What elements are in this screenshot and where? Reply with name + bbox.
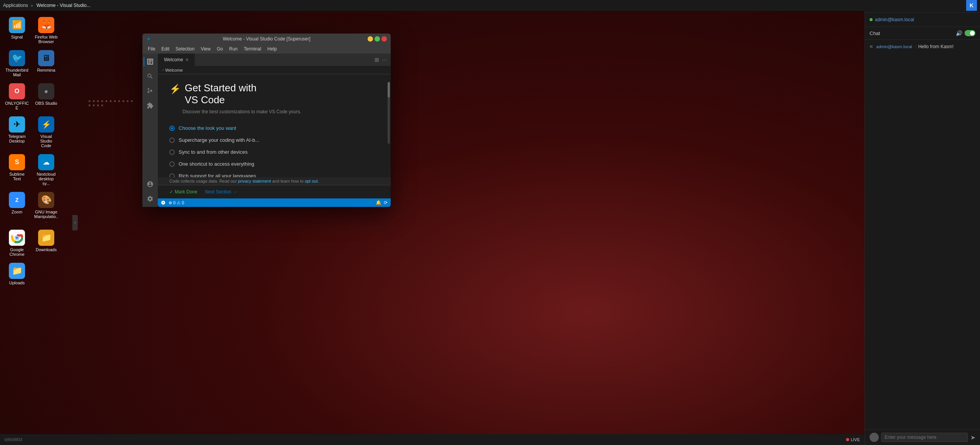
remote-indicator[interactable] xyxy=(161,200,166,205)
radio-languages[interactable] xyxy=(169,173,175,177)
viewers-list: admin@kasm.local xyxy=(865,13,980,27)
maximize-button[interactable]: □ xyxy=(375,36,380,42)
breadcrumb-welcome[interactable]: Welcome xyxy=(165,68,183,72)
section-item-languages[interactable]: Rich support for all your languages xyxy=(169,170,379,177)
decorative-dots xyxy=(89,100,135,106)
taskbar-separator: ▸ xyxy=(31,3,33,8)
icon-obs-label: OBS Studio xyxy=(35,101,57,106)
split-editor-button[interactable]: ⊞ xyxy=(374,56,380,64)
minimize-button[interactable]: − xyxy=(368,36,373,42)
icon-zoom-label: Zoom xyxy=(12,210,22,214)
warning-icon: ⚠ xyxy=(177,200,181,205)
icon-signal[interactable]: 📶 Signal xyxy=(4,15,30,45)
chat-send-button[interactable]: ➤ xyxy=(970,434,975,441)
viewer-name[interactable]: admin@kasm.local xyxy=(875,17,914,22)
vscode-app-icon: ✦ xyxy=(146,36,152,42)
more-actions-button[interactable]: ··· xyxy=(381,56,388,64)
scroll-indicator[interactable] xyxy=(388,82,390,144)
taskbar-k-button[interactable]: K xyxy=(966,0,977,11)
search-icon[interactable] xyxy=(144,70,157,83)
icon-obs[interactable]: ● OBS Studio xyxy=(33,82,59,112)
menu-file[interactable]: File xyxy=(145,45,157,52)
icon-chrome-label: Google Chrome xyxy=(5,247,28,257)
nextcloud-icon: ☁ xyxy=(38,154,54,170)
welcome-content: ⚡ Get Started with VS Code Discover the … xyxy=(158,74,391,177)
section-label-shortcut: One shortcut to access everything xyxy=(179,161,254,167)
section-item-ai[interactable]: Supercharge your coding with AI-b... xyxy=(169,134,379,146)
gnuimage-icon: 🎨 xyxy=(38,192,54,208)
taskbar-apps-label[interactable]: Applications xyxy=(3,3,28,8)
sidebar-collapse-tab[interactable]: ‹ xyxy=(72,215,78,230)
menu-run[interactable]: Run xyxy=(227,45,240,52)
section-label-ai: Supercharge your coding with AI-b... xyxy=(179,137,259,143)
menu-selection[interactable]: Selection xyxy=(173,45,197,52)
chat-controls: 🔊 xyxy=(956,30,975,36)
chat-toggle[interactable] xyxy=(965,30,975,36)
menu-go[interactable]: Go xyxy=(214,45,225,52)
extensions-icon[interactable] xyxy=(144,99,157,112)
chat-input[interactable] xyxy=(881,433,968,442)
menu-view[interactable]: View xyxy=(198,45,213,52)
close-button[interactable]: × xyxy=(381,36,387,42)
broadcast-button[interactable]: ⟳ xyxy=(384,200,388,205)
icon-telegram[interactable]: ✈ Telegram Desktop xyxy=(4,115,30,149)
errors-indicator[interactable]: ⊗ 0 ⚠ 0 xyxy=(169,200,184,205)
tab-close-button[interactable]: × xyxy=(186,57,189,63)
icon-vscode[interactable]: ⚡ Visual Studio Code xyxy=(33,115,59,149)
section-item-look[interactable]: Choose the look you want xyxy=(169,122,379,134)
right-panel: Viewers ↗ admin@kasm.local Chat 🔊 « admi… xyxy=(865,0,980,445)
chat-messages: « admin@kasm.local : Hello from Kasm! xyxy=(865,40,980,429)
icon-gnuimage[interactable]: 🎨 GNU Image Manipulatio... xyxy=(33,190,59,225)
scroll-thumb xyxy=(388,82,390,97)
icon-firefox-label: Firefox Web Browser xyxy=(35,35,58,44)
privacy-link[interactable]: privacy statement xyxy=(238,179,271,183)
account-icon[interactable] xyxy=(144,178,157,191)
remmina-icon: 🖥 xyxy=(38,50,54,66)
radio-ai[interactable] xyxy=(169,138,175,143)
menu-terminal[interactable]: Terminal xyxy=(241,45,263,52)
icon-firefox[interactable]: 🦊 Firefox Web Browser xyxy=(33,15,59,45)
icon-downloads[interactable]: 📁 Downloads xyxy=(33,228,59,258)
radio-shortcut[interactable] xyxy=(169,161,175,167)
icon-zoom[interactable]: Z Zoom xyxy=(4,190,30,225)
viewer-online-dot xyxy=(870,18,873,21)
mark-done-button[interactable]: ✓ Mark Done xyxy=(169,189,197,195)
icon-onlyoffice[interactable]: O ONLYOFFICE xyxy=(4,82,30,112)
mark-done-label: Mark Done xyxy=(175,189,197,195)
activity-bar xyxy=(142,54,158,207)
obs-icon: ● xyxy=(38,83,54,99)
icon-sublime[interactable]: S Sublime Text xyxy=(4,153,30,187)
audio-button[interactable]: 🔊 xyxy=(956,30,962,36)
live-dot xyxy=(846,438,849,441)
notifications-button[interactable]: 🔔 xyxy=(376,200,381,205)
section-label-languages: Rich support for all your languages xyxy=(179,173,256,177)
icon-gnuimage-label: GNU Image Manipulatio... xyxy=(34,210,59,223)
icon-nextcloud-label: Nextcloud desktop sy... xyxy=(35,172,58,186)
menu-help[interactable]: Help xyxy=(265,45,279,52)
icon-downloads-label: Downloads xyxy=(36,247,57,252)
next-section-label: Next Section → xyxy=(205,189,237,195)
vscode-body: Welcome × ⊞ ··· › Welcome xyxy=(142,54,391,207)
taskbar-window-title[interactable]: Welcome - Visual Studio... xyxy=(37,3,90,8)
section-item-shortcut[interactable]: One shortcut to access everything xyxy=(169,158,379,170)
icon-uploads[interactable]: 📁 Uploads xyxy=(4,261,30,287)
next-section-button[interactable]: Next Section → xyxy=(205,189,237,195)
radio-look[interactable] xyxy=(169,126,175,131)
radio-sync[interactable] xyxy=(169,149,175,155)
icon-chrome[interactable]: Google Chrome xyxy=(4,228,30,258)
opt-out-link[interactable]: opt out. xyxy=(305,179,319,183)
vscode-window: ✦ Welcome - Visual Studio Code [Superuse… xyxy=(142,34,391,207)
chat-label: Chat xyxy=(870,30,880,36)
welcome-header: ⚡ Get Started with VS Code xyxy=(169,82,379,106)
source-control-icon[interactable] xyxy=(144,84,157,97)
icon-thunderbird[interactable]: 🐦 Thunderbird Mail xyxy=(4,49,30,79)
section-label-sync: Sync to and from other devices xyxy=(179,149,248,155)
settings-gear-icon[interactable] xyxy=(144,192,157,205)
welcome-tab[interactable]: Welcome × xyxy=(158,54,195,66)
icon-remmina[interactable]: 🖥 Remmina xyxy=(33,49,59,79)
explorer-icon[interactable] xyxy=(144,55,157,68)
section-item-sync[interactable]: Sync to and from other devices xyxy=(169,146,379,158)
menu-edit[interactable]: Edit xyxy=(159,45,172,52)
icon-nextcloud[interactable]: ☁ Nextcloud desktop sy... xyxy=(33,153,59,187)
svg-point-3 xyxy=(16,237,18,239)
